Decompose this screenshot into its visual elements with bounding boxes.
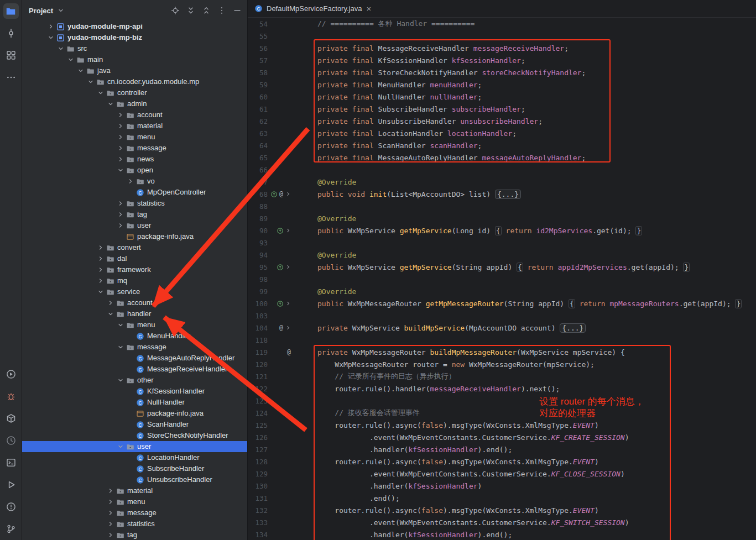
code-line[interactable]: 61private final SubscribeHandler subscri…: [248, 103, 756, 115]
chevron-down-icon[interactable]: [116, 443, 124, 451]
chevron-down-icon[interactable]: [106, 310, 114, 318]
chevron-down-icon[interactable]: [106, 100, 114, 108]
terminal-button[interactable]: [3, 455, 19, 470]
code-line[interactable]: 65private final MessageAutoReplyHandler …: [248, 151, 756, 164]
override-gutter-icon[interactable]: [277, 301, 283, 307]
tree-item-MessageAutoReplyHandler[interactable]: CMessageAutoReplyHandler: [22, 353, 247, 364]
chevron-right-icon[interactable]: [106, 509, 114, 517]
code-line[interactable]: 126 .event(WxMpEventConstants.CustomerSe…: [248, 431, 756, 443]
tree-item-vo[interactable]: vo: [22, 176, 247, 187]
tree-item-MessageReceiveHandler[interactable]: CMessageReceiveHandler: [22, 364, 247, 375]
chevron-down-icon[interactable]: [86, 78, 95, 86]
tree-item-dal[interactable]: dal: [22, 253, 247, 264]
fold-chevron-icon[interactable]: [285, 191, 291, 197]
tree-item-src[interactable]: src: [22, 43, 247, 54]
tree-item-message[interactable]: message: [22, 143, 247, 154]
chevron-right-icon[interactable]: [106, 498, 114, 506]
tree-item-yudao-module-mp-biz[interactable]: yudao-module-mp-biz: [22, 32, 247, 43]
tree-item-material[interactable]: material: [22, 485, 247, 496]
tree-item-java[interactable]: java: [22, 65, 247, 76]
chevron-right-icon[interactable]: [96, 255, 105, 263]
code-line[interactable]: 63private final LocationHandler location…: [248, 127, 756, 139]
code-line[interactable]: 59private final MenuHandler menuHandler;: [248, 78, 756, 91]
structure-button[interactable]: [3, 48, 19, 63]
code-line[interactable]: 54// ========== 各种 Handler ==========: [248, 18, 756, 30]
tree-item-account[interactable]: account: [22, 297, 247, 308]
code-line[interactable]: 57private final KfSessionHandler kfSessi…: [248, 54, 756, 66]
tree-item-mq[interactable]: mq: [22, 275, 247, 286]
chevron-right-icon[interactable]: [116, 133, 124, 141]
chevron-down-icon[interactable]: [66, 56, 75, 64]
chevron-right-icon[interactable]: [116, 222, 124, 230]
tree-item-open[interactable]: open: [22, 165, 247, 176]
code-line[interactable]: 127 .handler(kfSessionHandler).end();: [248, 443, 756, 455]
chevron-right-icon[interactable]: [116, 144, 124, 153]
override-gutter-icon[interactable]: [277, 264, 283, 270]
tree-item-package-info.java[interactable]: package-info.java: [22, 408, 247, 419]
tree-item-StoreCheckNotifyHandler[interactable]: CStoreCheckNotifyHandler: [22, 430, 247, 441]
code-line[interactable]: 118: [248, 334, 756, 346]
tree-item-main[interactable]: main: [22, 54, 247, 65]
chevron-down-icon[interactable]: [76, 67, 85, 75]
code-line[interactable]: 58private final StoreCheckNotifyHandler …: [248, 66, 756, 78]
tree-item-controller[interactable]: controller: [22, 87, 247, 98]
hide-panel-button[interactable]: [232, 6, 242, 15]
tree-item-KfSessionHandler[interactable]: CKfSessionHandler: [22, 386, 247, 397]
editor-tab[interactable]: C DefaultMpServiceFactory.java ×: [248, 0, 378, 17]
tree-item-UnsubscribeHandler[interactable]: CUnsubscribeHandler: [22, 474, 247, 485]
override-gutter-icon[interactable]: [271, 191, 277, 197]
tree-item-user[interactable]: user: [22, 441, 247, 452]
tree-item-handler[interactable]: handler: [22, 308, 247, 319]
tree-item-package-info.java[interactable]: package-info.java: [22, 231, 247, 242]
code-line[interactable]: 128 router.rule().async(false).msgType(W…: [248, 455, 756, 468]
tree-item-tag[interactable]: tag: [22, 529, 247, 540]
build-button[interactable]: [3, 411, 19, 426]
select-opened-file-button[interactable]: [170, 6, 180, 15]
fold-chevron-icon[interactable]: [285, 301, 291, 306]
tree-item-cn.iocoder.yudao.module.mp[interactable]: cn.iocoder.yudao.module.mp: [22, 76, 247, 87]
chevron-right-icon[interactable]: [96, 277, 105, 285]
code-line[interactable]: 67@Override: [248, 176, 756, 188]
code-line[interactable]: 103: [248, 310, 756, 322]
code-line[interactable]: 89@Override: [248, 212, 756, 224]
chevron-right-icon[interactable]: [116, 211, 124, 219]
code-line[interactable]: 98: [248, 273, 756, 285]
project-button[interactable]: [3, 3, 19, 19]
code-line[interactable]: 99@Override: [248, 285, 756, 297]
chevron-down-icon[interactable]: [116, 166, 124, 175]
code-line[interactable]: 55: [248, 30, 756, 42]
code-line[interactable]: 119@private WxMpMessageRouter buildMpMes…: [248, 346, 756, 358]
tree-item-service[interactable]: service: [22, 286, 247, 297]
code-line[interactable]: 130 .handler(kfSessionHandler): [248, 480, 756, 492]
code-line[interactable]: 56private final MessageReceiveHandler me…: [248, 42, 756, 54]
tree-item-statistics[interactable]: statistics: [22, 198, 247, 209]
tree-item-statistics[interactable]: statistics: [22, 518, 247, 529]
tree-item-message[interactable]: message: [22, 342, 247, 353]
profiler-button[interactable]: [3, 366, 19, 382]
code-line[interactable]: 133 .event(WxMpEventConstants.CustomerSe…: [248, 516, 756, 528]
tree-item-ScanHandler[interactable]: CScanHandler: [22, 419, 247, 430]
code-line[interactable]: 62private final UnsubscribeHandler unsub…: [248, 115, 756, 127]
code-line[interactable]: 93: [248, 237, 756, 249]
code-line[interactable]: 64private final ScanHandler scanHandler;: [248, 139, 756, 151]
options-button[interactable]: [217, 6, 226, 15]
chevron-right-icon[interactable]: [106, 531, 114, 539]
chevron-right-icon[interactable]: [126, 177, 134, 186]
chevron-right-icon[interactable]: [106, 487, 114, 495]
chevron-down-icon[interactable]: [116, 343, 124, 352]
chevron-right-icon[interactable]: [46, 23, 55, 31]
chevron-right-icon[interactable]: [116, 122, 124, 130]
fold-chevron-icon[interactable]: [285, 228, 291, 233]
tree-item-menu[interactable]: menu: [22, 319, 247, 331]
code-line[interactable]: 90public WxMpService getMpService(Long i…: [248, 224, 756, 237]
tree-item-menu[interactable]: menu: [22, 132, 247, 143]
version-control-button[interactable]: [3, 521, 19, 537]
code-line[interactable]: 121 // 记录所有事件的日志（异步执行）: [248, 370, 756, 382]
tree-item-MenuHandler[interactable]: CMenuHandler: [22, 331, 247, 342]
problems-button[interactable]: [3, 499, 19, 515]
code-line[interactable]: 88: [248, 200, 756, 212]
tree-item-LocationHandler[interactable]: CLocationHandler: [22, 452, 247, 463]
tree-item-message[interactable]: message: [22, 507, 247, 518]
override-gutter-icon[interactable]: [277, 228, 283, 234]
chevron-right-icon[interactable]: [96, 244, 105, 252]
